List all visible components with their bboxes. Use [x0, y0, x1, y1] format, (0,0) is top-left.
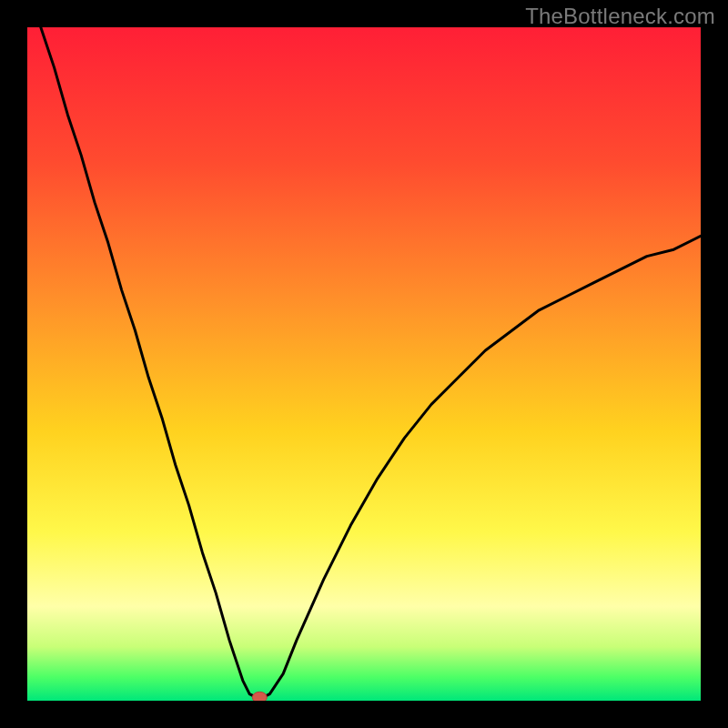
chart-frame: TheBottleneck.com — [0, 0, 728, 728]
gradient-background — [27, 27, 701, 701]
plot-area — [27, 27, 701, 701]
plot-svg — [27, 27, 701, 701]
watermark-text: TheBottleneck.com — [525, 4, 715, 29]
optimal-point-marker — [252, 692, 267, 701]
